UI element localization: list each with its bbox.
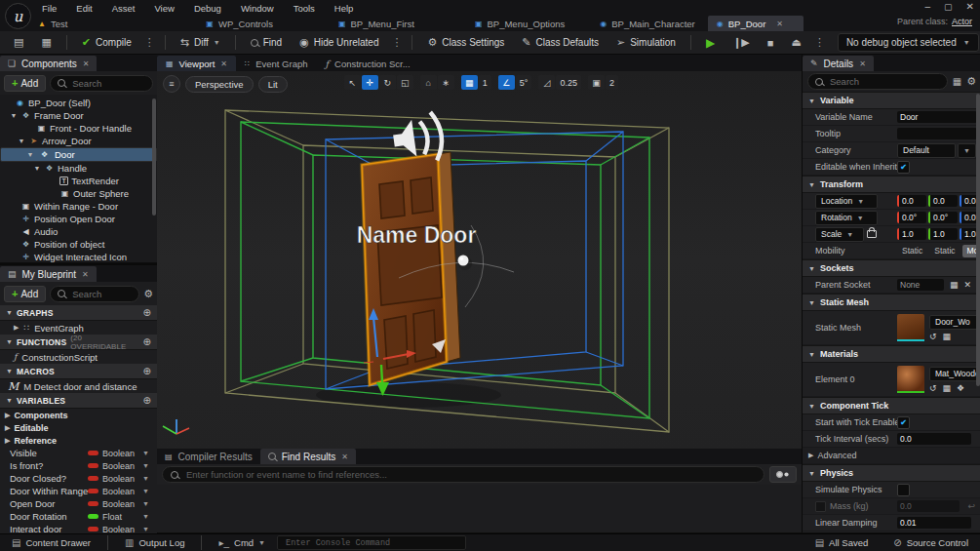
- section-variable[interactable]: ▼ Variable: [803, 92, 980, 109]
- find-in-blueprints-button[interactable]: [769, 466, 797, 483]
- close-tab-icon[interactable]: ✕: [220, 59, 227, 68]
- parent-socket-field[interactable]: None: [897, 279, 944, 291]
- chevron-down-icon[interactable]: ▼: [142, 500, 157, 507]
- tab-construction-script[interactable]: ƒ Construction Scr...: [317, 56, 419, 71]
- variable-group-reference[interactable]: ▶ Reference: [0, 434, 157, 447]
- add-component-button[interactable]: + Add: [4, 75, 46, 92]
- close-tab-icon[interactable]: ✕: [859, 59, 866, 68]
- grid-snap-value[interactable]: 1: [479, 75, 491, 90]
- section-static-mesh[interactable]: ▼ Static Mesh: [803, 294, 980, 311]
- scale-snap-value[interactable]: 0.25: [556, 75, 581, 90]
- rotation-snap-icon[interactable]: ∠: [498, 75, 515, 90]
- tick-interval-field[interactable]: 0.0: [897, 433, 971, 445]
- add-blueprint-item-button[interactable]: + Add: [4, 286, 46, 302]
- camera-speed-icon[interactable]: ▣: [588, 75, 605, 90]
- components-search-input[interactable]: [70, 77, 145, 90]
- tree-item-outer-sphere[interactable]: ▣ Outer Sphere: [0, 187, 157, 200]
- viewport-3d-scene[interactable]: Name Door: [157, 71, 802, 449]
- world-space-icon[interactable]: ⌂: [420, 75, 437, 90]
- location-y-field[interactable]: 0.0: [928, 195, 958, 207]
- output-log-button[interactable]: ▥ Output Log: [119, 537, 190, 548]
- use-selected-asset-icon[interactable]: ↺: [929, 383, 937, 393]
- material-dropdown[interactable]: Mat_Wooden_M: [929, 367, 980, 381]
- save-button[interactable]: ▤: [6, 33, 31, 52]
- reset-to-default-icon[interactable]: ↩: [967, 501, 977, 511]
- hide-unrelated-button[interactable]: ◉ Hide Unrelated: [292, 33, 386, 52]
- menu-asset[interactable]: Asset: [103, 2, 144, 15]
- stop-button[interactable]: ■: [760, 34, 782, 52]
- rotation-snap-value[interactable]: 5°: [516, 75, 532, 90]
- content-drawer-button[interactable]: ▤ Content Drawer: [6, 537, 97, 548]
- use-selected-asset-icon[interactable]: ↺: [929, 332, 937, 341]
- tab-bp-door[interactable]: ◉ BP_Door ✕: [708, 16, 804, 31]
- expander-icon[interactable]: ▼: [26, 151, 34, 158]
- tab-components[interactable]: ❏ Components ✕: [0, 56, 97, 71]
- tab-compiler-results[interactable]: ▤ Compiler Results: [157, 449, 260, 464]
- rotation-y-field[interactable]: 0.0°: [928, 212, 958, 223]
- my-blueprint-search[interactable]: [50, 286, 139, 302]
- eject-button[interactable]: ⏏: [783, 33, 808, 52]
- maximize-icon[interactable]: ▢: [944, 2, 953, 12]
- tab-wp-controls[interactable]: ▣ WP_Controls: [197, 16, 282, 31]
- construction-script-item[interactable]: ƒ ConstructionScript: [0, 350, 157, 364]
- location-x-field[interactable]: 0.0: [897, 195, 926, 207]
- variable-row-is-front[interactable]: Is front? Boolean ▼: [0, 459, 157, 472]
- chevron-down-icon[interactable]: ▼: [142, 526, 157, 532]
- variable-row-door-rotation[interactable]: Door Rotation Float ▼: [0, 510, 157, 523]
- camera-speed-value[interactable]: 2: [606, 75, 618, 90]
- scale-x-field[interactable]: 1.0: [897, 228, 926, 240]
- tab-bp-main-character[interactable]: ◉ BP_Main_Character: [591, 16, 704, 31]
- frame-skip-button[interactable]: ❙▶: [725, 33, 758, 52]
- editable-inherited-checkbox[interactable]: ✔: [897, 161, 910, 174]
- material-options-icon[interactable]: ❖: [957, 383, 964, 393]
- console-command-wrap[interactable]: [277, 535, 466, 550]
- tree-item-frame-door[interactable]: ▼❖ Frame Door: [0, 109, 157, 122]
- tab-viewport[interactable]: ▦ Viewport ✕: [157, 56, 236, 71]
- scale-dropdown[interactable]: Scale▼: [815, 227, 864, 242]
- close-tab-icon[interactable]: ✕: [341, 453, 348, 461]
- menu-view[interactable]: View: [145, 2, 182, 15]
- class-settings-button[interactable]: ⚙ Class Settings: [419, 33, 512, 52]
- tree-item-arrow-door[interactable]: ▼➤ Arrow_Door: [0, 135, 157, 147]
- tree-item-door[interactable]: ▼❖ Door: [0, 147, 157, 162]
- row-advanced[interactable]: ▶Advanced: [803, 448, 980, 464]
- static-mesh-thumbnail[interactable]: [897, 314, 924, 341]
- debug-object-dropdown[interactable]: No debug object selected ▼: [838, 33, 979, 52]
- find-button[interactable]: Find: [243, 34, 290, 51]
- tree-item-position-open-door[interactable]: ✛ Position Open Door: [0, 213, 157, 225]
- start-tick-checkbox[interactable]: ✔: [897, 416, 910, 429]
- linear-damping-field[interactable]: 0.01: [897, 517, 971, 529]
- socket-picker-icon[interactable]: ▦: [950, 280, 959, 290]
- category-dropdown[interactable]: Default: [897, 143, 956, 158]
- tree-item-bp-door-self[interactable]: ◉ BP_Door (Self): [0, 97, 157, 109]
- rotation-x-field[interactable]: 0.0°: [897, 212, 926, 223]
- minimize-icon[interactable]: –: [925, 1, 931, 12]
- source-control-button[interactable]: ⊘ Source Control: [887, 537, 974, 548]
- play-button[interactable]: ▶: [698, 33, 723, 53]
- rotation-dropdown[interactable]: Rotation▼: [815, 211, 878, 225]
- variable-group-components[interactable]: ▶ Components: [0, 409, 157, 421]
- mass-field[interactable]: 0.0: [897, 500, 960, 512]
- tab-find-results[interactable]: Find Results ✕: [260, 449, 356, 464]
- section-transform[interactable]: ▼ Transform: [803, 176, 980, 193]
- variable-row-door-closed[interactable]: Door Closed? Boolean ▼: [0, 472, 157, 485]
- compile-options-icon[interactable]: ⋮: [141, 36, 158, 49]
- find-references-input[interactable]: [184, 468, 756, 481]
- chevron-down-icon[interactable]: ▼: [142, 450, 157, 456]
- menu-file[interactable]: File: [33, 2, 65, 15]
- tree-item-within-range-door[interactable]: ▣ Within Range - Door: [0, 200, 157, 213]
- cmd-dropdown[interactable]: ▸_ Cmd ▼: [213, 537, 271, 548]
- menu-window[interactable]: Window: [232, 2, 283, 15]
- static-mesh-dropdown[interactable]: Door_Wo▼: [929, 315, 980, 330]
- add-graph-icon[interactable]: ⊕: [143, 307, 151, 318]
- lit-button[interactable]: Lit: [258, 76, 288, 93]
- add-variable-icon[interactable]: ⊕: [143, 395, 151, 406]
- close-tab-icon[interactable]: ✕: [83, 59, 90, 68]
- chevron-down-icon[interactable]: ▼: [142, 475, 157, 482]
- expander-icon[interactable]: ▼: [18, 138, 25, 144]
- browse-to-asset-icon[interactable]: ▦: [943, 332, 952, 341]
- chevron-down-icon[interactable]: ▼: [142, 462, 157, 469]
- browse-to-asset-icon[interactable]: ▦: [943, 383, 952, 393]
- find-references-input-wrap[interactable]: [162, 466, 764, 483]
- components-scrollbar[interactable]: [152, 98, 156, 216]
